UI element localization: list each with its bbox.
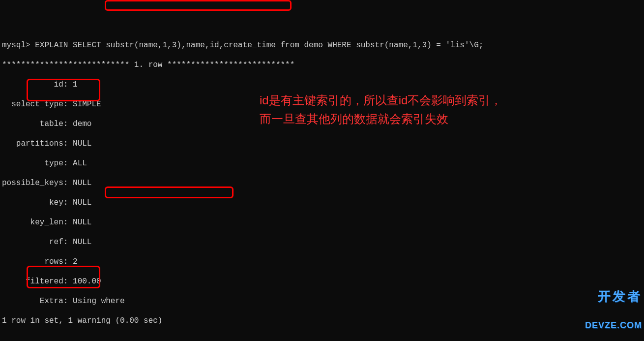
field-filtered: filtered: 100.00	[2, 277, 642, 286]
blank-line	[2, 336, 642, 341]
mysql-prompt: mysql>	[2, 41, 35, 50]
watermark-small: DEVZE.COM	[585, 321, 642, 331]
annotation-text: id是有主键索引的，所以查id不会影响到索引， 而一旦查其他列的数据就会索引失效	[260, 91, 502, 129]
sql-pre: EXPLAIN SELECT	[35, 41, 106, 50]
annotation-line2: 而一旦查其他列的数据就会索引失效	[260, 112, 448, 125]
field-key-len: key_len: NULL	[2, 217, 642, 227]
sql-post: from demo WHERE substr(name,1,3) = 'lis'…	[276, 41, 483, 50]
query1-line: mysql> EXPLAIN SELECT substr(name,1,3),n…	[2, 40, 642, 50]
field-ref: ref: NULL	[2, 237, 642, 247]
field-rows: rows: 2	[2, 257, 642, 267]
field-id: id: 1	[2, 80, 642, 90]
annotation-line1: id是有主键索引的，所以查id不会影响到索引，	[260, 93, 502, 107]
watermark: 开发者 DEVZE.COM	[585, 272, 642, 339]
sql-boxed: substr(name,1,3),name,id,create_time	[106, 41, 276, 50]
field-extra: Extra: Using where	[2, 296, 642, 306]
highlight-box-select-columns-1	[105, 0, 292, 11]
highlight-box-select-columns-2	[105, 186, 234, 198]
field-key: key: NULL	[2, 198, 642, 208]
query1-footer: 1 row in set, 1 warning (0.00 sec)	[2, 316, 642, 326]
field-possible-keys: possible_keys: NULL	[2, 178, 642, 188]
field-type: type: ALL	[2, 158, 642, 168]
watermark-big: 开发者	[585, 289, 642, 304]
row-header: *************************** 1. row *****…	[2, 60, 642, 70]
field-partitions: partitions: NULL	[2, 139, 642, 149]
